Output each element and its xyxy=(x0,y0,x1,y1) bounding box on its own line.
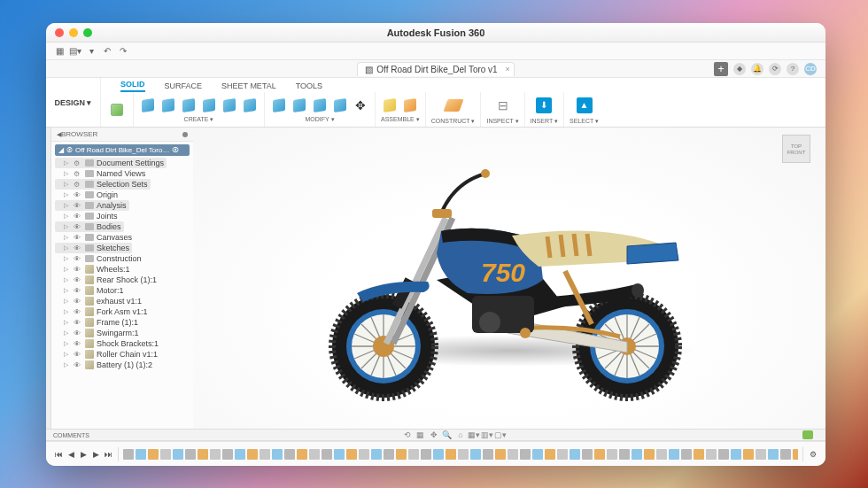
browser-component[interactable]: ▷👁 Fork Asm v1:1 xyxy=(55,306,190,317)
browser-folder[interactable]: ▷ ⚙ Named Views xyxy=(55,168,190,179)
timeline-feature[interactable] xyxy=(185,449,196,460)
close-window-button[interactable] xyxy=(55,28,64,37)
select-icon[interactable]: ▲ xyxy=(574,95,595,116)
browser-options-icon[interactable] xyxy=(182,132,188,137)
revolve-icon[interactable] xyxy=(159,97,177,114)
timeline-feature[interactable] xyxy=(570,449,580,460)
timeline-feature[interactable] xyxy=(408,449,419,460)
timeline-feature[interactable] xyxy=(433,449,444,460)
pan-icon[interactable]: ✥ xyxy=(430,430,438,439)
ribbon-tab-tools[interactable]: TOOLS xyxy=(296,81,322,92)
fit-icon[interactable]: ⌂ xyxy=(456,430,465,439)
combine-icon[interactable] xyxy=(331,97,349,114)
timeline-feature[interactable] xyxy=(718,449,729,460)
timeline-end-button[interactable]: ⏭ xyxy=(103,449,113,460)
timeline-feature[interactable] xyxy=(557,449,568,460)
comments-toggle-icon[interactable] xyxy=(802,430,813,439)
file-menu-icon[interactable]: ▤▾ xyxy=(69,45,81,58)
timeline-play-button[interactable]: ▶ xyxy=(78,449,89,460)
timeline-feature[interactable] xyxy=(322,449,332,460)
timeline-feature[interactable] xyxy=(235,449,245,460)
shell-icon[interactable] xyxy=(311,97,329,114)
save-icon[interactable]: ▾ xyxy=(85,45,97,58)
timeline-feature[interactable] xyxy=(222,449,233,460)
browser-component[interactable]: ▷👁 Swingarm:1 xyxy=(55,328,190,338)
browser-root-node[interactable]: ◢⦿ Off Road Dirt Bike_Del Toro… ⦿ xyxy=(55,144,190,156)
timeline-feature[interactable] xyxy=(359,449,369,460)
construct-plane-icon[interactable] xyxy=(443,95,464,116)
inspect-group-label[interactable]: INSPECT ▾ xyxy=(486,118,518,125)
document-tab[interactable]: ▧ Off Road Dirt Bike_Del Toro v1 × xyxy=(357,62,514,76)
assemble-group-label[interactable]: ASSEMBLE ▾ xyxy=(381,116,420,123)
extrude-icon[interactable] xyxy=(139,97,157,114)
timeline-feature[interactable] xyxy=(780,449,791,460)
timeline-feature[interactable] xyxy=(681,449,692,460)
timeline-feature[interactable] xyxy=(594,449,605,460)
timeline-feature[interactable] xyxy=(706,449,717,460)
timeline-feature[interactable] xyxy=(545,449,555,460)
look-icon[interactable]: ▦ xyxy=(416,430,425,439)
timeline-feature[interactable] xyxy=(731,449,741,460)
timeline-feature[interactable] xyxy=(148,449,159,460)
sweep-icon[interactable] xyxy=(180,97,198,114)
timeline-feature[interactable] xyxy=(136,449,146,460)
joint-icon[interactable] xyxy=(401,97,419,114)
timeline-feature[interactable] xyxy=(458,449,469,460)
browser-folder[interactable]: ▷ 👁 Sketches xyxy=(55,243,132,253)
browser-folder[interactable]: ▷ ⚙ Document Settings xyxy=(55,158,167,168)
viewport-canvas[interactable]: TOP FRONT xyxy=(193,128,825,429)
modify-group-label[interactable]: MODIFY ▾ xyxy=(305,116,334,123)
timeline-feature[interactable] xyxy=(173,449,183,460)
browser-folder[interactable]: ▷ 👁 Bodies xyxy=(55,221,124,232)
select-group-label[interactable]: SELECT ▾ xyxy=(570,118,599,125)
timeline-feature[interactable] xyxy=(297,449,307,460)
notifications-icon[interactable]: 🔔 xyxy=(751,63,763,75)
browser-component[interactable]: ▷👁 Frame (1):1 xyxy=(55,317,190,328)
ribbon-tab-surface[interactable]: SURFACE xyxy=(165,81,203,92)
timeline-feature[interactable] xyxy=(384,449,394,460)
timeline-feature[interactable] xyxy=(607,449,617,460)
browser-folder[interactable]: ▷ 👁 Analysis xyxy=(55,200,129,211)
new-sketch-icon[interactable] xyxy=(106,99,128,120)
emboss-icon[interactable] xyxy=(221,97,238,114)
timeline-feature[interactable] xyxy=(644,449,655,460)
timeline-feature[interactable] xyxy=(346,449,357,460)
fillet-icon[interactable] xyxy=(291,97,308,114)
timeline-feature[interactable] xyxy=(694,449,704,460)
timeline-feature[interactable] xyxy=(210,449,221,460)
loft-icon[interactable] xyxy=(200,97,218,114)
timeline-feature[interactable] xyxy=(123,449,134,460)
browser-component[interactable]: ▷👁 Battery (1) (1):2 xyxy=(55,360,190,370)
create-group-label[interactable]: CREATE ▾ xyxy=(184,116,214,123)
timeline-feature[interactable] xyxy=(756,449,766,460)
browser-component[interactable]: ▷👁 Shock Brackets:1 xyxy=(55,338,190,349)
job-status-icon[interactable]: ⟳ xyxy=(769,63,781,75)
new-tab-button[interactable]: + xyxy=(714,62,728,76)
timeline-feature[interactable] xyxy=(743,449,754,460)
browser-folder[interactable]: ▷ 👁 Joints xyxy=(55,211,190,221)
timeline-feature[interactable] xyxy=(198,449,208,460)
insert-group-label[interactable]: INSERT ▾ xyxy=(531,118,558,125)
construct-group-label[interactable]: CONSTRUCT ▾ xyxy=(431,118,476,125)
workspace-switcher[interactable]: DESIGN ▾ xyxy=(46,78,101,127)
orbit-icon[interactable]: ⟲ xyxy=(403,430,412,439)
ribbon-tab-sheet-metal[interactable]: SHEET METAL xyxy=(221,81,276,92)
timeline-settings-icon[interactable]: ⚙ xyxy=(808,449,818,460)
browser-folder[interactable]: ▷ 👁 Canvases xyxy=(55,232,190,243)
timeline-feature[interactable] xyxy=(495,449,506,460)
browser-component[interactable]: ▷👁 Wheels:1 xyxy=(55,264,190,275)
minimize-window-button[interactable] xyxy=(69,28,78,37)
browser-folder[interactable]: ▷ 👁 Construction xyxy=(55,253,190,264)
timeline-feature[interactable] xyxy=(334,449,345,460)
hole-icon[interactable] xyxy=(241,97,259,114)
timeline-feature[interactable] xyxy=(619,449,630,460)
help-icon[interactable]: ? xyxy=(787,63,799,75)
grid-settings-icon[interactable]: ▥▾ xyxy=(483,430,492,439)
timeline-feature[interactable] xyxy=(520,449,531,460)
timeline-feature[interactable] xyxy=(483,449,493,460)
new-component-icon[interactable] xyxy=(381,97,399,114)
timeline-feature[interactable] xyxy=(508,449,518,460)
timeline-feature[interactable] xyxy=(582,449,593,460)
browser-component[interactable]: ▷👁 Motor:1 xyxy=(55,285,190,296)
timeline-feature[interactable] xyxy=(160,449,171,460)
